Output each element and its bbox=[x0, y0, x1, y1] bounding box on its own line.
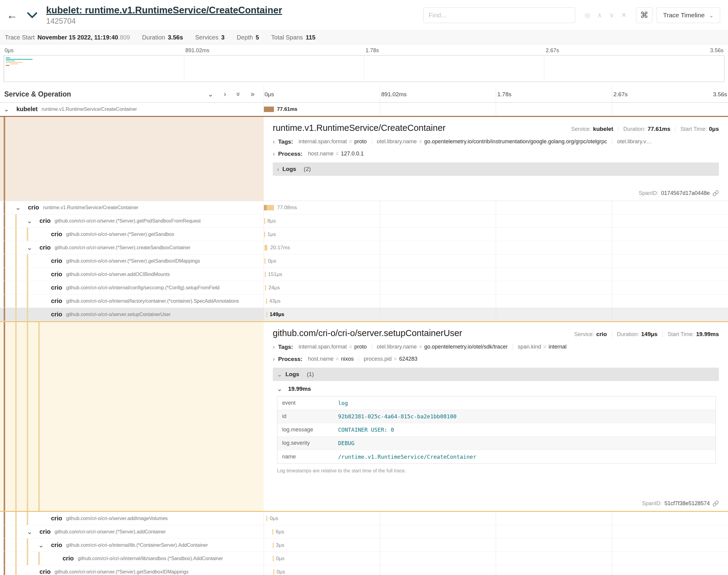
link-icon[interactable] bbox=[713, 500, 719, 507]
span-service-name: crio bbox=[51, 515, 62, 522]
tags-accordion[interactable]: › Tags: internal.span.format=protootel.l… bbox=[273, 138, 719, 145]
keyboard-shortcuts-button[interactable]: ⌘ bbox=[636, 7, 652, 23]
span-bar[interactable] bbox=[273, 569, 274, 575]
span-bar[interactable] bbox=[265, 258, 265, 264]
expand-chevron-icon[interactable]: ⌄ bbox=[27, 242, 39, 253]
span-row[interactable]: ⌄criogithub.com/cri-o/cri-o/internal/lib… bbox=[0, 539, 728, 552]
spanid-row: SpanID: 0174567d17a0448e bbox=[273, 190, 719, 196]
clear-search-icon[interactable]: ✕ bbox=[618, 11, 630, 19]
tag-value: 127.0.0.1 bbox=[341, 150, 364, 157]
back-button[interactable]: ← bbox=[7, 9, 18, 22]
indent-guide bbox=[27, 308, 38, 321]
span-duration-label: 43μs bbox=[269, 298, 280, 304]
span-bar[interactable] bbox=[266, 298, 267, 304]
trace-timeline-page: ← kubelet: runtime.v1.RuntimeService/Cre… bbox=[0, 0, 728, 575]
span-duration-label: 8μs bbox=[267, 218, 276, 224]
tags-accordion[interactable]: › Tags: internal.span.format=protootel.l… bbox=[273, 343, 719, 350]
span-row[interactable]: ⌄criogithub.com/cri-o/cri-o/server.(*Ser… bbox=[0, 525, 728, 539]
detail-meta-label: Start Time: bbox=[668, 331, 694, 338]
span-bar[interactable] bbox=[265, 285, 266, 291]
span-row[interactable]: criogithub.com/cri-o/cri-o/server.(*Serv… bbox=[0, 255, 728, 268]
logs-accordion[interactable]: ⌄ Logs (1) bbox=[273, 368, 719, 381]
summary-value: 3 bbox=[221, 34, 225, 41]
indent-guide bbox=[15, 268, 27, 281]
span-row[interactable]: criogithub.com/cri-o/cri-o/internal/conf… bbox=[0, 281, 728, 295]
collapse-one-icon[interactable]: ⌄ bbox=[207, 90, 213, 98]
indent-guide bbox=[27, 539, 38, 552]
span-row[interactable]: criogithub.com/cri-o/cri-o/server.setupC… bbox=[0, 308, 728, 321]
span-bar[interactable] bbox=[272, 529, 273, 535]
span-bar[interactable] bbox=[265, 272, 266, 277]
span-row[interactable]: criogithub.com/cri-o/cri-o/server.(*Serv… bbox=[0, 565, 728, 575]
timeline-tick: 0μs bbox=[265, 91, 274, 98]
indent-guide bbox=[4, 552, 15, 565]
summary-label: Duration bbox=[142, 34, 165, 41]
expand-one-icon[interactable]: › bbox=[224, 90, 226, 98]
span-row[interactable]: ⌄crioruntime.v1.RuntimeService/CreateCon… bbox=[0, 201, 728, 214]
expand-chevron-icon[interactable]: ⌄ bbox=[27, 215, 39, 227]
span-bar[interactable] bbox=[266, 516, 267, 521]
locate-span-icon[interactable]: ◎ bbox=[581, 11, 593, 19]
find-input[interactable] bbox=[423, 7, 575, 23]
timeline-header-ticks: 0μs 891.02ms 1.78s 2.67s 3.56s bbox=[264, 86, 728, 102]
span-row[interactable]: ⌄kubeletruntime.v1.RuntimeService/Create… bbox=[0, 103, 728, 116]
span-row[interactable]: ⌄criogithub.com/cri-o/cri-o/server.(*Ser… bbox=[0, 214, 728, 228]
log-entry: ⌄ 19.99ms eventlogid92b82381-025c-4a64-8… bbox=[273, 381, 719, 474]
tag-key: process.pid bbox=[364, 356, 392, 362]
span-service-name: crio bbox=[51, 298, 62, 305]
span-row[interactable]: criogithub.com/cri-o/cri-o/server.addOCI… bbox=[0, 268, 728, 281]
tag-value: internal bbox=[549, 344, 566, 350]
span-bar[interactable] bbox=[264, 107, 274, 112]
prev-match-icon[interactable]: ∧ bbox=[593, 11, 606, 19]
span-service-name: crio bbox=[63, 555, 74, 562]
next-match-icon[interactable]: ∨ bbox=[606, 11, 618, 19]
trace-title-link[interactable]: kubelet: runtime.v1.RuntimeService/Creat… bbox=[46, 5, 282, 16]
span-timeline-cell: 43μs bbox=[264, 295, 728, 308]
expand-chevron-icon[interactable]: ⌄ bbox=[38, 539, 51, 551]
process-accordion[interactable]: › Process: host.name=127.0.0.1 bbox=[273, 150, 719, 157]
tag-kv: internal.span.format=proto bbox=[299, 344, 367, 350]
expand-chevron-icon[interactable]: ⌄ bbox=[4, 104, 16, 115]
span-duration-label: 0μs bbox=[270, 515, 278, 521]
span-operation-name: github.com/cri-o/cri-o/server.addOCIBind… bbox=[66, 272, 170, 277]
minimap-canvas[interactable] bbox=[4, 55, 724, 82]
span-operation-name: github.com/cri-o/cri-o/internal/lib.(*Co… bbox=[66, 543, 208, 548]
span-row[interactable]: ⌄criogithub.com/cri-o/cri-o/server.(*Ser… bbox=[0, 241, 728, 255]
log-field-row: log.messageCONTAINER USER: 0 bbox=[277, 423, 716, 437]
span-bar[interactable] bbox=[264, 205, 274, 210]
span-service-name: crio bbox=[39, 244, 51, 251]
minimap-tick: 3.56s bbox=[710, 47, 723, 54]
span-row[interactable]: criogithub.com/cri-o/cri-o/internal/fact… bbox=[0, 295, 728, 308]
logs-accordion[interactable]: › Logs (2) bbox=[273, 162, 719, 176]
span-timeline-cell: 77.08ms bbox=[264, 201, 728, 214]
collapse-header-chevron-icon[interactable] bbox=[27, 11, 38, 19]
span-name-column: ⌄criogithub.com/cri-o/cri-o/internal/lib… bbox=[0, 539, 264, 552]
span-bar[interactable] bbox=[273, 556, 274, 561]
span-timeline-cell: 149μs bbox=[264, 308, 728, 321]
log-entry-header[interactable]: ⌄ 19.99ms bbox=[277, 385, 718, 393]
span-row[interactable]: criogithub.com/cri-o/cri-o/server.addIma… bbox=[0, 512, 728, 525]
title-block: kubelet: runtime.v1.RuntimeService/Creat… bbox=[46, 5, 282, 26]
view-selector-button[interactable]: Trace Timeline ⌄ bbox=[657, 7, 720, 23]
expand-all-icon[interactable]: » bbox=[251, 90, 255, 98]
log-field-key: name bbox=[277, 453, 338, 460]
span-service-name: crio bbox=[39, 568, 51, 575]
process-accordion[interactable]: › Process: host.name=nixosprocess.pid=62… bbox=[273, 356, 719, 363]
find-controls: ◎ ∧ ∨ ✕ bbox=[580, 7, 632, 23]
span-bar[interactable] bbox=[273, 543, 274, 548]
span-bar[interactable] bbox=[264, 218, 265, 224]
span-row[interactable]: criogithub.com/cri-o/cri-o/server.(*Serv… bbox=[0, 228, 728, 241]
indent-guide bbox=[27, 281, 38, 294]
expand-chevron-icon[interactable]: ⌄ bbox=[27, 526, 39, 538]
span-row[interactable]: criogithub.com/cri-o/cri-o/internal/lib/… bbox=[0, 552, 728, 565]
span-bar[interactable] bbox=[264, 232, 265, 237]
expand-chevron-icon[interactable]: ⌄ bbox=[15, 202, 28, 213]
collapse-all-icon[interactable]: » bbox=[234, 92, 242, 96]
process-kv-list: host.name=127.0.0.1 bbox=[308, 150, 364, 157]
tags-kv-list: internal.span.format=protootel.library.n… bbox=[299, 344, 566, 350]
minimap-span-strip bbox=[6, 65, 9, 66]
span-bar[interactable] bbox=[265, 245, 267, 250]
link-icon[interactable] bbox=[713, 190, 719, 196]
span-bar[interactable] bbox=[266, 312, 267, 317]
spanid-label: SpanID: bbox=[642, 500, 662, 507]
